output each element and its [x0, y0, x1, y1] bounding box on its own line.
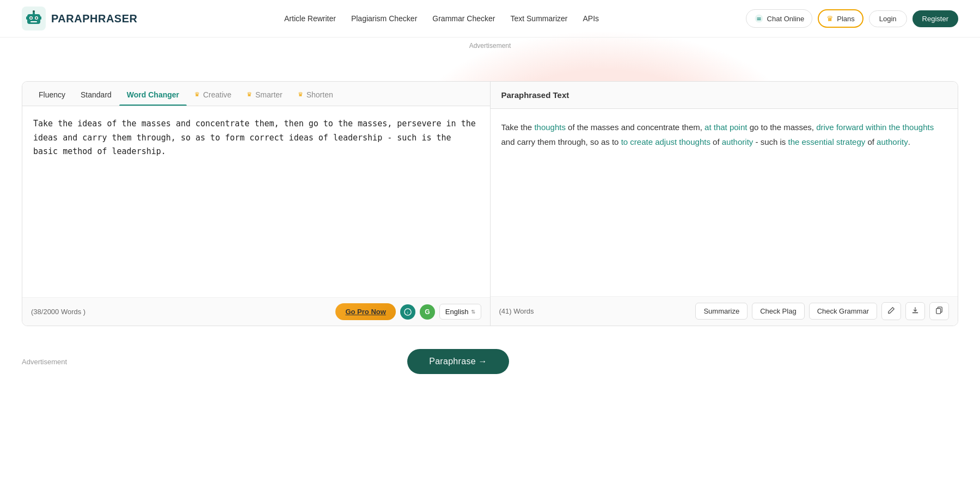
grammar-icon[interactable]: G	[420, 304, 435, 320]
download-icon-button[interactable]	[905, 302, 925, 320]
nav-apis[interactable]: APIs	[583, 14, 599, 23]
header: PARAPHRASER Article Rewriter Plagiarism …	[0, 0, 980, 38]
left-footer: (38/2000 Words ) Go Pro Now ↑ G	[22, 297, 490, 326]
tabs-row: Fluency Standard Word Changer ♛ Creative…	[22, 82, 490, 106]
chat-online-button[interactable]: Chat Online	[746, 9, 813, 28]
chevron-up-down-icon: ⇅	[471, 309, 475, 315]
right-footer: (41) Words Summarize Check Plag Check Gr…	[491, 296, 958, 326]
copy-icon-button[interactable]	[929, 302, 949, 320]
input-textarea[interactable]	[33, 117, 479, 270]
chat-icon	[754, 14, 764, 23]
download-icon	[911, 307, 919, 314]
plans-button[interactable]: ♛ Plans	[818, 9, 863, 28]
check-grammar-button[interactable]: Check Grammar	[809, 303, 877, 320]
svg-rect-6	[30, 21, 37, 22]
go-pro-now: Now	[371, 308, 385, 316]
copy-icon	[935, 307, 943, 314]
bottom-advertisement: Advertisement	[22, 358, 67, 366]
go-pro-label: Go Pro	[345, 308, 371, 316]
svg-point-4	[30, 17, 32, 19]
svg-point-5	[36, 17, 38, 19]
nav-text-summarizer[interactable]: Text Summarizer	[510, 14, 567, 23]
svg-text:↑: ↑	[407, 310, 409, 315]
right-actions: Summarize Check Plag Check Grammar	[695, 302, 949, 320]
bottom-bar: Advertisement Paraphrase →	[0, 339, 980, 384]
right-panel: Paraphrased Text Take the thoughts of th…	[491, 82, 958, 326]
logo-icon	[22, 7, 46, 30]
nav-article-rewriter[interactable]: Article Rewriter	[284, 14, 336, 23]
svg-rect-13	[757, 18, 761, 19]
nav-grammar-checker[interactable]: Grammar Checker	[432, 14, 495, 23]
plans-label: Plans	[837, 15, 855, 23]
check-plag-button[interactable]: Check Plag	[752, 303, 804, 320]
chat-label: Chat Online	[767, 15, 805, 23]
tab-fluency[interactable]: Fluency	[31, 82, 73, 106]
paraphrase-button[interactable]: Paraphrase →	[407, 349, 509, 374]
tab-creative[interactable]: ♛ Creative	[187, 82, 239, 106]
summarize-button[interactable]: Summarize	[695, 303, 748, 320]
login-button[interactable]: Login	[869, 10, 907, 27]
svg-rect-12	[757, 20, 761, 21]
footer-right: Go Pro Now ↑ G English ⇅	[335, 303, 481, 320]
language-selector[interactable]: English ⇅	[439, 304, 481, 320]
header-actions: Chat Online ♛ Plans Login Register	[746, 9, 958, 28]
main-nav: Article Rewriter Plagiarism Checker Gram…	[284, 14, 599, 23]
go-pro-button[interactable]: Go Pro Now	[335, 303, 395, 320]
main-wrapper: Fluency Standard Word Changer ♛ Creative…	[0, 70, 980, 337]
svg-rect-16	[912, 313, 918, 314]
svg-rect-10	[40, 16, 41, 20]
language-value: English	[445, 308, 469, 316]
result-text-wrapper: Take the thoughts of the masses and conc…	[491, 109, 958, 296]
edit-icon-button[interactable]	[881, 302, 901, 320]
editor-container: Fluency Standard Word Changer ♛ Creative…	[22, 81, 958, 326]
register-button[interactable]: Register	[912, 10, 958, 27]
right-word-count: (41) Words	[499, 307, 534, 315]
right-panel-title: Paraphrased Text	[491, 82, 958, 109]
svg-point-8	[33, 10, 35, 13]
logo-text: PARAPHRASER	[51, 13, 137, 25]
word-count: (38/2000 Words )	[31, 308, 85, 316]
crown-icon: ♛	[826, 14, 834, 23]
svg-rect-9	[26, 16, 28, 20]
tab-smarter[interactable]: ♛ Smarter	[239, 82, 290, 106]
svg-rect-1	[27, 14, 40, 24]
tab-shorten[interactable]: ♛ Shorten	[290, 82, 341, 106]
svg-rect-18	[936, 309, 941, 314]
spell-check-icon[interactable]: ↑	[400, 304, 415, 320]
crown-creative-icon: ♛	[194, 91, 200, 97]
input-text-wrapper	[22, 106, 490, 297]
crown-smarter-icon: ♛	[247, 91, 252, 97]
result-text: Take the thoughts of the masses and conc…	[501, 120, 947, 149]
logo: PARAPHRASER	[22, 7, 137, 30]
crown-shorten-icon: ♛	[298, 91, 303, 97]
top-advertisement: Advertisement	[0, 38, 980, 54]
tab-standard[interactable]: Standard	[73, 82, 119, 106]
left-panel: Fluency Standard Word Changer ♛ Creative…	[22, 82, 491, 326]
edit-icon	[887, 307, 895, 314]
nav-plagiarism-checker[interactable]: Plagiarism Checker	[351, 14, 417, 23]
tab-word-changer[interactable]: Word Changer	[119, 82, 187, 106]
